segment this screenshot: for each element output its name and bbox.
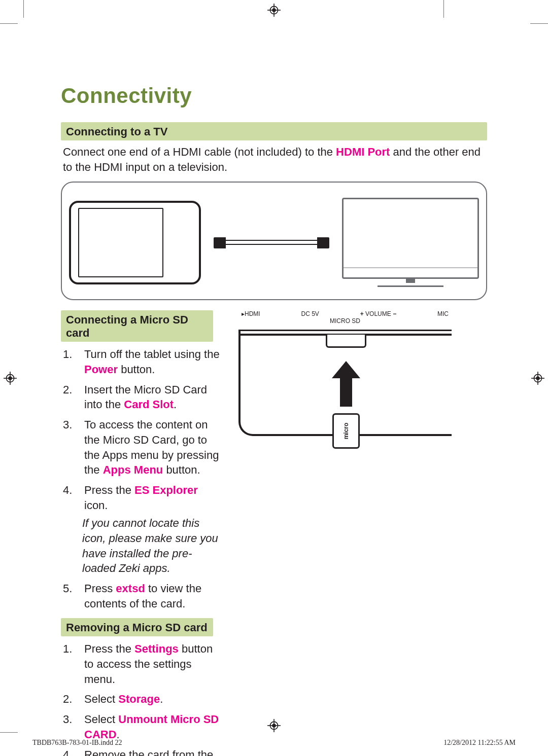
highlight-apps-menu: Apps Menu bbox=[103, 463, 163, 476]
list-item: Press extsd to view the contents of the … bbox=[63, 581, 223, 611]
note-text: If you cannot locate this icon, please m… bbox=[61, 516, 223, 576]
text: Select bbox=[84, 713, 118, 726]
text: Connect one end of a HDMI cable (not inc… bbox=[63, 146, 336, 158]
port-label-dc: DC 5V bbox=[301, 310, 319, 317]
list-item: Press the ES Explorer icon. bbox=[63, 483, 223, 513]
sd-card-illustration: micro bbox=[332, 413, 360, 449]
list-item: To access the content on the Micro SD Ca… bbox=[63, 417, 223, 478]
print-timestamp: 12/28/2012 11:22:55 AM bbox=[443, 739, 516, 747]
hdmi-cable-illustration bbox=[226, 240, 317, 245]
text: Turn off the tablet using the bbox=[84, 348, 220, 361]
text: Press bbox=[84, 582, 116, 595]
tv-intro-text: Connect one end of a HDMI cable (not inc… bbox=[61, 145, 487, 174]
highlight-storage: Storage bbox=[118, 693, 160, 705]
text: . bbox=[174, 398, 177, 411]
text: Select bbox=[84, 693, 118, 705]
highlight-power: Power bbox=[84, 363, 118, 376]
text: button. bbox=[163, 463, 200, 476]
highlight-card-slot: Card Slot bbox=[124, 398, 174, 411]
list-item: Turn off the tablet using the Power butt… bbox=[63, 347, 223, 377]
port-label-microsd: MICRO SD bbox=[238, 317, 452, 325]
list-item: Select Unmount Micro SD CARD. bbox=[63, 712, 223, 742]
port-label-volume: + VOLUME − bbox=[360, 310, 396, 317]
highlight-es-explorer: ES Explorer bbox=[134, 484, 198, 496]
section-heading-sd-connect: Connecting a Micro SD card bbox=[61, 310, 213, 342]
text: button. bbox=[118, 363, 155, 376]
registration-mark-icon bbox=[3, 371, 17, 385]
registration-mark-icon bbox=[267, 3, 281, 17]
diagram-tv-connection bbox=[61, 182, 487, 300]
sd-connect-steps: Turn off the tablet using the Power butt… bbox=[61, 347, 223, 513]
highlight-hdmi-port: HDMI Port bbox=[336, 146, 390, 158]
section-heading-sd-remove: Removing a Micro SD card bbox=[61, 618, 213, 636]
list-item: Insert the Micro SD Card into the Card S… bbox=[63, 382, 223, 412]
list-item: Press the Settings button to access the … bbox=[63, 641, 223, 687]
text: icon. bbox=[84, 499, 108, 512]
text: Press the bbox=[84, 484, 134, 496]
list-item: Remove the card from the tablet by gentl… bbox=[63, 747, 223, 757]
sd-slot-illustration bbox=[326, 335, 366, 348]
tv-illustration bbox=[342, 198, 479, 287]
port-label-hdmi: ▸HDMI bbox=[242, 310, 260, 317]
text: Press the bbox=[84, 642, 134, 655]
highlight-settings: Settings bbox=[134, 642, 179, 655]
list-item: Select Storage. bbox=[63, 692, 223, 707]
sd-connect-steps-cont: Press extsd to view the contents of the … bbox=[61, 581, 223, 611]
port-label-mic: MIC bbox=[437, 310, 449, 317]
tablet-illustration bbox=[69, 201, 201, 284]
page-title: Connectivity bbox=[61, 84, 487, 108]
diagram-sd-card: ▸HDMI DC 5V + VOLUME − MIC MICRO SD micr… bbox=[238, 310, 452, 436]
sd-card-label: micro bbox=[342, 423, 350, 440]
arrow-up-icon bbox=[332, 361, 360, 409]
registration-mark-icon bbox=[531, 371, 545, 385]
text: . bbox=[160, 693, 163, 705]
highlight-extsd: extsd bbox=[116, 582, 145, 595]
section-heading-tv: Connecting to a TV bbox=[61, 122, 487, 140]
print-file-name: TBDB763B-783-01-IB.indd 22 bbox=[32, 739, 122, 747]
